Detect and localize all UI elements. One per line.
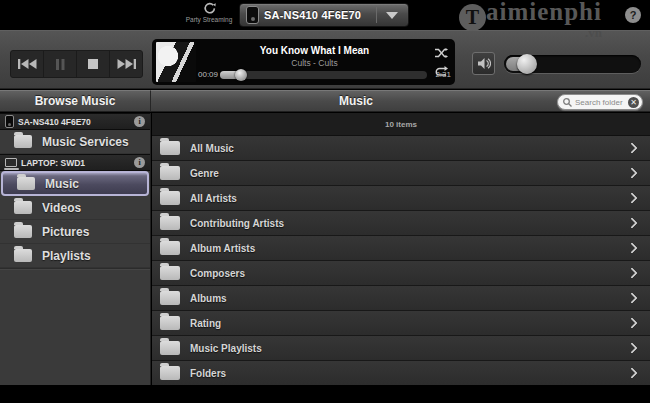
track-artist: Cults - Cults — [200, 58, 429, 68]
party-streaming-label: Party Streaming — [178, 16, 240, 23]
info-icon[interactable]: i — [134, 116, 145, 127]
party-streaming-icon — [202, 2, 217, 15]
list-item-label: Genre — [190, 168, 628, 179]
browse-list: 10 items All Music Genre All Artists Con… — [152, 113, 650, 385]
list-item-label: Folders — [190, 368, 628, 379]
progress-knob[interactable] — [235, 69, 247, 81]
list-item-label: Music Playlists — [190, 343, 628, 354]
sidebar: SA-NS410 4F6E70 i Music Services LAPTOP:… — [0, 113, 151, 385]
next-track-button[interactable] — [110, 51, 142, 77]
folder-icon — [160, 241, 180, 255]
stop-button[interactable] — [77, 51, 110, 77]
sidebar-item-music[interactable]: Music — [1, 171, 149, 196]
speaker-device-icon — [5, 115, 14, 128]
folder-icon — [14, 135, 32, 148]
search-box[interactable]: ✕ — [557, 94, 643, 110]
chevron-down-icon — [386, 12, 398, 19]
chevron-right-icon — [626, 367, 637, 378]
sidebar-divider — [0, 268, 150, 270]
list-item-label: All Music — [190, 143, 628, 154]
clear-search-icon[interactable]: ✕ — [628, 97, 639, 108]
transport-controls — [10, 50, 143, 78]
items-count: 10 items — [152, 113, 650, 136]
device-server-label: LAPTOP: SWD1 — [21, 158, 134, 168]
list-item-label: Composers — [190, 268, 628, 279]
list-item-albums[interactable]: Albums — [152, 286, 650, 311]
list-item-genre[interactable]: Genre — [152, 161, 650, 186]
sidebar-device-server[interactable]: LAPTOP: SWD1 i — [0, 154, 150, 171]
sidebar-header-title: Browse Music — [0, 94, 150, 108]
laptop-icon — [5, 158, 17, 167]
sidebar-header: Browse Music — [0, 90, 151, 112]
help-button[interactable]: ? — [625, 7, 641, 23]
folder-icon — [160, 316, 180, 330]
list-item-label: Album Artists — [190, 243, 628, 254]
chevron-right-icon — [626, 217, 637, 228]
volume-knob[interactable] — [517, 54, 537, 74]
list-item-contributing-artists[interactable]: Contributing Artists — [152, 211, 650, 236]
folder-icon — [14, 201, 32, 214]
previous-track-button[interactable] — [11, 51, 44, 77]
party-streaming-button[interactable]: Party Streaming — [178, 2, 240, 23]
volume-slider[interactable] — [504, 55, 641, 73]
track-title: You Know What I Mean — [200, 45, 429, 56]
folder-icon — [14, 225, 32, 238]
folder-icon — [17, 177, 35, 190]
shuffle-icon — [435, 48, 448, 58]
sidebar-item-label: Music Services — [42, 135, 129, 149]
sidebar-item-music-services[interactable]: Music Services — [0, 130, 150, 154]
chevron-right-icon — [626, 242, 637, 253]
repeat-icon — [435, 66, 448, 77]
list-item-all-artists[interactable]: All Artists — [152, 186, 650, 211]
watermark-text: aimienphi — [486, 0, 602, 25]
now-playing-panel: You Know What I Mean Cults - Cults 00:09… — [152, 39, 455, 85]
list-item-label: All Artists — [190, 193, 628, 204]
list-item-album-artists[interactable]: Album Artists — [152, 236, 650, 261]
main-header: Music ✕ — [151, 90, 650, 112]
device-selector-label: SA-NS410 4F6E70 — [264, 9, 376, 21]
list-item-all-music[interactable]: All Music — [152, 136, 650, 161]
list-item-rating[interactable]: Rating — [152, 311, 650, 336]
sidebar-item-label: Pictures — [42, 225, 89, 239]
folder-icon — [160, 191, 180, 205]
sidebar-item-videos[interactable]: Videos — [0, 196, 150, 220]
folder-icon — [160, 341, 180, 355]
sidebar-item-playlists[interactable]: Playlists — [0, 244, 150, 268]
sidebar-item-label: Videos — [42, 201, 81, 215]
next-icon — [117, 58, 136, 70]
folder-icon — [160, 216, 180, 230]
sidebar-item-pictures[interactable]: Pictures — [0, 220, 150, 244]
stop-icon — [88, 59, 98, 69]
chevron-right-icon — [626, 192, 637, 203]
list-item-music-playlists[interactable]: Music Playlists — [152, 336, 650, 361]
elapsed-time: 00:09 — [198, 70, 218, 79]
sidebar-item-label: Playlists — [42, 249, 91, 263]
watermark: Taimienphi .vn — [459, 0, 602, 31]
top-bar: Party Streaming SA-NS410 4F6E70 Taimienp… — [0, 0, 650, 30]
search-input[interactable] — [575, 98, 628, 107]
device-selector-dropdown[interactable]: SA-NS410 4F6E70 — [239, 3, 409, 27]
pause-icon — [56, 59, 65, 70]
list-item-composers[interactable]: Composers — [152, 261, 650, 286]
list-item-label: Contributing Artists — [190, 218, 628, 229]
sidebar-item-label: Music — [45, 177, 79, 191]
list-item-label: Rating — [190, 318, 628, 329]
mute-button[interactable] — [472, 52, 495, 75]
main-header-title: Music — [151, 94, 561, 108]
chevron-right-icon — [626, 342, 637, 353]
search-icon — [563, 98, 572, 107]
shuffle-button[interactable] — [435, 48, 448, 58]
pause-button[interactable] — [44, 51, 77, 77]
info-icon[interactable]: i — [134, 157, 145, 168]
repeat-button[interactable] — [435, 66, 448, 77]
progress-bar[interactable] — [220, 71, 427, 79]
list-item-folders[interactable]: Folders — [152, 361, 650, 385]
chevron-right-icon — [626, 267, 637, 278]
device-renderer-label: SA-NS410 4F6E70 — [18, 117, 134, 127]
folder-icon — [160, 141, 180, 155]
watermark-logo: T — [459, 4, 486, 31]
sidebar-device-renderer[interactable]: SA-NS410 4F6E70 i — [0, 113, 150, 130]
dropdown-divider — [376, 7, 377, 23]
previous-icon — [18, 58, 37, 70]
folder-icon — [160, 366, 180, 380]
